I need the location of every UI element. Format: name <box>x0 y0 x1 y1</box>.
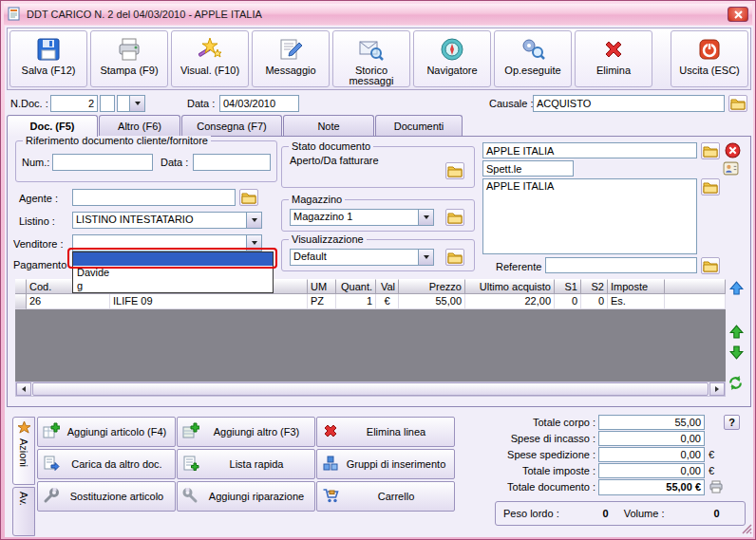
data-input[interactable] <box>219 95 299 112</box>
referente-folder-button[interactable] <box>701 257 720 274</box>
dropdown-item-davide[interactable]: Davide <box>73 266 273 279</box>
visual-button[interactable]: Visual. (F10) <box>171 30 249 87</box>
dropdown-item-empty[interactable] <box>73 252 273 266</box>
address-book-button[interactable] <box>722 159 739 177</box>
table-hscrollbar[interactable] <box>15 382 726 397</box>
carrello-button[interactable]: Carrello <box>316 481 455 512</box>
gruppi-di-inserimento-button[interactable]: Gruppi di inserimento <box>316 449 455 479</box>
customer-name-input[interactable] <box>482 142 697 158</box>
col-imposte[interactable]: Imposte <box>608 279 665 294</box>
venditore-dropdown-list[interactable]: Davide g <box>72 251 274 293</box>
salva-button[interactable]: Salva (F12) <box>9 30 87 87</box>
causale-folder-button[interactable] <box>728 95 747 112</box>
col-um[interactable]: UM <box>308 279 336 294</box>
magazzino-folder-button[interactable] <box>445 209 464 226</box>
row-up-button[interactable] <box>728 323 745 340</box>
sostituzione-articolo-button[interactable]: Sostituzione articolo <box>37 481 176 512</box>
rif-data-input[interactable] <box>193 154 271 171</box>
chevron-down-icon[interactable] <box>418 210 433 225</box>
close-icon <box>734 10 743 19</box>
visualizzazione-combo[interactable]: Default <box>290 249 434 266</box>
cell-cod[interactable]: 26 <box>27 294 110 309</box>
close-button[interactable] <box>728 7 748 22</box>
col-ultimo-acquisto[interactable]: Ultimo acquisto <box>465 279 555 294</box>
magazzino-combo[interactable]: Magazzino 1 <box>290 209 434 226</box>
folder-icon <box>703 181 718 194</box>
salutation-input[interactable] <box>482 160 574 177</box>
cell-imposte[interactable]: Es. <box>608 294 665 309</box>
move-row-up-button[interactable] <box>728 279 745 296</box>
storico-messaggi-button[interactable]: Storico messaggi <box>332 30 410 87</box>
av-tab[interactable]: Av. <box>12 487 35 536</box>
add-article-icon <box>43 422 60 441</box>
venditore-label: Venditore : <box>13 238 64 250</box>
aggiungi-riparazione-button[interactable]: Aggiungi riparazione <box>177 481 315 512</box>
elimina-linea-button[interactable]: Elimina linea <box>316 417 455 447</box>
cell-um[interactable]: PZ <box>308 294 336 309</box>
tab-altro[interactable]: Altro (F6) <box>99 115 180 136</box>
col-val[interactable]: Val <box>376 279 399 294</box>
tab-consegna[interactable]: Consegna (F7) <box>181 115 282 136</box>
chevron-down-icon[interactable] <box>246 213 261 228</box>
rif-num-input[interactable] <box>52 154 153 171</box>
row-selector-header[interactable] <box>15 279 27 294</box>
cell-quant[interactable]: 1 <box>336 294 376 309</box>
col-prezzo[interactable]: Prezzo <box>399 279 465 294</box>
customer-clear-button[interactable] <box>724 141 741 158</box>
listino-combo[interactable]: LISTINO INTESTATARIO <box>72 212 262 229</box>
table-row[interactable]: 26 ILIFE 09 PZ 1 € 55,00 22,00 0 0 Es. <box>15 294 726 309</box>
elimina-button[interactable]: Elimina <box>575 30 652 87</box>
lista-rapida-button[interactable]: Lista rapida <box>177 449 315 479</box>
aggiungi-altro-button[interactable]: Aggiungi altro (F3) <box>177 417 315 447</box>
cell-descrizione[interactable]: ILIFE 09 <box>110 294 308 309</box>
scroll-right-button[interactable] <box>709 382 725 396</box>
tab-documenti[interactable]: Documenti <box>375 115 463 136</box>
causale-input[interactable] <box>533 95 725 112</box>
chevron-down-icon[interactable] <box>418 250 433 265</box>
ndoc-bis-input[interactable] <box>100 95 115 112</box>
op-eseguite-button[interactable]: Op.eseguite <box>494 30 572 87</box>
cell-ultimo-acquisto[interactable]: 22,00 <box>465 294 555 309</box>
visualizzazione-folder-button[interactable] <box>445 249 464 266</box>
customer-folder-button[interactable] <box>701 142 720 159</box>
col-s1[interactable]: S1 <box>555 279 581 294</box>
scrollbar-thumb[interactable] <box>32 382 709 396</box>
help-button[interactable]: ? <box>724 415 740 430</box>
stato-folder-button[interactable] <box>445 162 464 179</box>
dropdown-item-g[interactable]: g <box>73 279 273 292</box>
referente-input[interactable] <box>545 257 697 273</box>
stampa-button[interactable]: Stampa (F9) <box>90 30 168 87</box>
col-s2[interactable]: S2 <box>581 279 608 294</box>
carica-da-altro-doc-button[interactable]: Carica da altro doc. <box>37 449 176 479</box>
ndoc-combo[interactable] <box>117 95 145 112</box>
col-quant[interactable]: Quant. <box>336 279 376 294</box>
uscita-button[interactable]: Uscita (ESC) <box>671 30 748 87</box>
cell-prezzo[interactable]: 55,00 <box>399 294 465 309</box>
agente-input[interactable] <box>72 189 236 206</box>
cell-s2[interactable]: 0 <box>581 294 608 309</box>
refresh-button[interactable] <box>727 374 744 391</box>
agente-folder-button[interactable] <box>239 189 258 206</box>
cell-s1[interactable]: 0 <box>555 294 581 309</box>
chevron-down-icon[interactable] <box>129 96 144 111</box>
scroll-left-button[interactable] <box>16 382 31 396</box>
navigatore-button[interactable]: Navigatore <box>413 30 491 87</box>
tab-note[interactable]: Note <box>283 115 374 136</box>
titlebar[interactable]: DDT CARICO N. 2 del 04/03/2010 - APPLE I… <box>4 4 752 25</box>
totale-documento-print-button[interactable] <box>708 478 725 495</box>
agente-label: Agente : <box>19 193 58 204</box>
row-selector-cell[interactable] <box>15 294 27 309</box>
resize-grip[interactable] <box>741 523 752 536</box>
chevron-down-icon[interactable] <box>246 235 261 251</box>
messaggio-button[interactable]: Messaggio <box>252 30 330 87</box>
window-title: DDT CARICO N. 2 del 04/03/2010 - APPLE I… <box>27 9 723 20</box>
address-folder-button[interactable] <box>701 178 720 196</box>
cell-val[interactable]: € <box>376 294 399 309</box>
tab-doc[interactable]: Doc. (F5) <box>7 115 98 137</box>
ndoc-input[interactable] <box>50 95 98 112</box>
aggiungi-articolo-button[interactable]: Aggiungi articolo (F4) <box>37 417 176 447</box>
customer-address-textarea[interactable]: APPLE ITALIA <box>482 178 697 254</box>
actions-tab[interactable]: Azioni <box>12 417 35 485</box>
row-down-button[interactable] <box>728 344 745 361</box>
venditore-combo[interactable] <box>72 234 262 251</box>
